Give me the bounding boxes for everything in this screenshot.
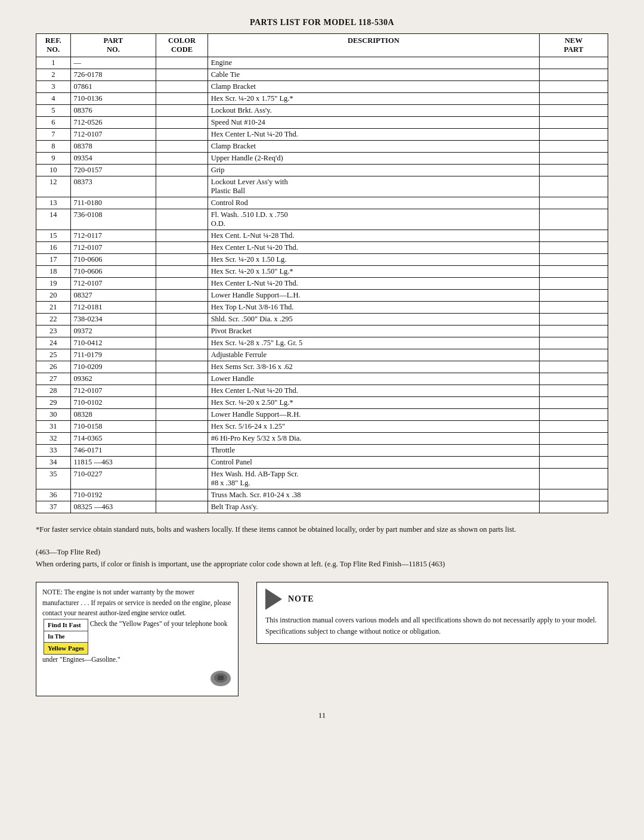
new-part bbox=[539, 445, 608, 457]
table-row: 6 712-0526 Speed Nut #10-24 bbox=[36, 117, 608, 129]
color-code bbox=[156, 57, 208, 69]
color-code bbox=[156, 266, 208, 278]
color-code bbox=[156, 197, 208, 209]
color-code bbox=[156, 501, 208, 513]
color-code bbox=[156, 105, 208, 117]
ref-no: 32 bbox=[36, 433, 71, 445]
description: Fl. Wash. .510 I.D. x .750 O.D. bbox=[208, 209, 539, 230]
table-row: 23 09372 Pivot Bracket bbox=[36, 326, 608, 337]
ref-no: 2 bbox=[36, 69, 71, 81]
description: Clamp Bracket bbox=[208, 141, 539, 153]
description: Control Panel bbox=[208, 457, 539, 469]
ref-no: 12 bbox=[36, 176, 71, 197]
new-part bbox=[539, 385, 608, 397]
ref-no: 33 bbox=[36, 445, 71, 457]
ref-no: 25 bbox=[36, 349, 71, 361]
table-row: 20 08327 Lower Handle Support—L.H. bbox=[36, 290, 608, 302]
part-no: 710-0227 bbox=[70, 469, 156, 489]
color-code bbox=[156, 433, 208, 445]
part-no: 710-0209 bbox=[70, 361, 156, 373]
description: Hex Scr. ¼-20 x 1.75" Lg.* bbox=[208, 93, 539, 105]
ref-no: 37 bbox=[36, 501, 71, 513]
description: Hex Scr. ¼-28 x .75" Lg. Gr. 5 bbox=[208, 337, 539, 349]
bottom-section: NOTE: The engine is not under warranty b… bbox=[36, 582, 608, 696]
ref-no: 15 bbox=[36, 230, 71, 242]
part-no: 710-0192 bbox=[70, 489, 156, 501]
new-part bbox=[539, 501, 608, 513]
table-row: 31 710-0158 Hex Scr. 5/16-24 x 1.25" bbox=[36, 421, 608, 433]
page-number: 11 bbox=[36, 711, 608, 720]
description: Lower Handle Support—L.H. bbox=[208, 290, 539, 302]
color-code bbox=[156, 314, 208, 326]
part-no: 09372 bbox=[70, 326, 156, 337]
header-ref: REF.NO. bbox=[36, 34, 71, 57]
part-no: 07861 bbox=[70, 81, 156, 93]
part-no: 714-0365 bbox=[70, 433, 156, 445]
description: Throttle bbox=[208, 445, 539, 457]
description: Cable Tie bbox=[208, 69, 539, 81]
part-no: 738-0234 bbox=[70, 314, 156, 326]
description: Lower Handle bbox=[208, 373, 539, 385]
part-no: 09354 bbox=[70, 153, 156, 165]
description: Hex Center L-Nut ¼-20 Thd. bbox=[208, 385, 539, 397]
color-code bbox=[156, 209, 208, 230]
ref-no: 34 bbox=[36, 457, 71, 469]
new-part bbox=[539, 105, 608, 117]
color-code-section: (463—Top Flite Red) When ordering parts,… bbox=[36, 546, 608, 570]
part-no: 08376 bbox=[70, 105, 156, 117]
color-code bbox=[156, 385, 208, 397]
color-code-label: (463—Top Flite Red) bbox=[36, 546, 608, 558]
description: Hex Top L-Nut 3/8-16 Thd. bbox=[208, 302, 539, 314]
ref-no: 29 bbox=[36, 397, 71, 409]
description: Adjustable Ferrule bbox=[208, 349, 539, 361]
ref-no: 26 bbox=[36, 361, 71, 373]
part-no: 11815 —463 bbox=[70, 457, 156, 469]
table-row: 33 746-0171 Throttle bbox=[36, 445, 608, 457]
ref-no: 6 bbox=[36, 117, 71, 129]
new-part bbox=[539, 397, 608, 409]
new-part bbox=[539, 266, 608, 278]
color-code bbox=[156, 176, 208, 197]
table-row: 9 09354 Upper Handle (2-Req'd) bbox=[36, 153, 608, 165]
ref-no: 27 bbox=[36, 373, 71, 385]
color-code bbox=[156, 230, 208, 242]
part-no: 720-0157 bbox=[70, 165, 156, 176]
new-part bbox=[539, 153, 608, 165]
ref-no: 23 bbox=[36, 326, 71, 337]
description: Lockout Lever Ass'y with Plastic Ball bbox=[208, 176, 539, 197]
ref-no: 14 bbox=[36, 209, 71, 230]
new-part bbox=[539, 209, 608, 230]
note-label: NOTE bbox=[288, 593, 314, 606]
table-row: 36 710-0192 Truss Mach. Scr. #10-24 x .3… bbox=[36, 489, 608, 501]
new-part bbox=[539, 489, 608, 501]
description: Hex Center L-Nut ¼-20 Thd. bbox=[208, 242, 539, 254]
part-no: 746-0171 bbox=[70, 445, 156, 457]
footnote-section: *For faster service obtain standard nuts… bbox=[36, 524, 608, 535]
color-code-note: When ordering parts, if color or finish … bbox=[36, 558, 608, 570]
ref-no: 19 bbox=[36, 278, 71, 290]
yellow-pages-badge: Find It Fast In The Yellow Pages bbox=[44, 619, 88, 655]
header-new: NEWPART bbox=[539, 34, 608, 57]
table-row: 1 — Engine bbox=[36, 57, 608, 69]
table-row: 28 712-0107 Hex Center L-Nut ¼-20 Thd. bbox=[36, 385, 608, 397]
part-no: 712-0181 bbox=[70, 302, 156, 314]
color-code bbox=[156, 81, 208, 93]
description: Hex Center L-Nut ¼-20 Thd. bbox=[208, 129, 539, 141]
engine-note-text: NOTE: The engine is not under warranty b… bbox=[42, 588, 231, 663]
description: Lower Handle Support—R.H. bbox=[208, 409, 539, 421]
new-part bbox=[539, 230, 608, 242]
new-part bbox=[539, 290, 608, 302]
description: Belt Trap Ass'y. bbox=[208, 501, 539, 513]
part-no: 08325 —463 bbox=[70, 501, 156, 513]
note-header: NOTE bbox=[265, 588, 599, 610]
color-code bbox=[156, 242, 208, 254]
part-no: 08328 bbox=[70, 409, 156, 421]
table-row: 26 710-0209 Hex Sems Scr. 3/8-16 x .62 bbox=[36, 361, 608, 373]
asterisk-note: *For faster service obtain standard nuts… bbox=[36, 524, 608, 535]
table-row: 27 09362 Lower Handle bbox=[36, 373, 608, 385]
table-row: 32 714-0365 #6 Hi-Pro Key 5/32 x 5/8 Dia… bbox=[36, 433, 608, 445]
table-row: 29 710-0102 Hex Scr. ¼-20 x 2.50" Lg.* bbox=[36, 397, 608, 409]
svg-rect-2 bbox=[218, 675, 224, 680]
page-title: PARTS LIST FOR MODEL 118-530A bbox=[36, 18, 608, 27]
ref-no: 10 bbox=[36, 165, 71, 176]
